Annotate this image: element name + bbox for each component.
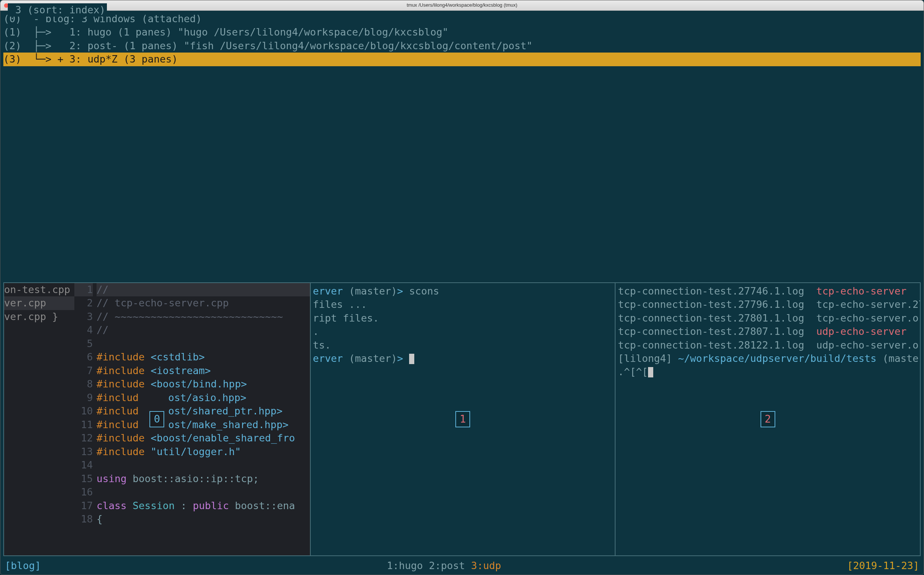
code-line: {: [97, 513, 310, 526]
session-line[interactable]: (0) - blog: 3 windows (attached): [3, 12, 921, 25]
code-line: //: [97, 283, 310, 297]
window-title: tmux /Users/lilong4/workspace/blog/kxcsb…: [0, 2, 924, 8]
shell-prompt: [lilong4] ~/workspace/udpserver/build/te…: [618, 352, 918, 365]
code-line: #includost/asio.hpp>: [97, 391, 310, 405]
session-line-selected[interactable]: (3) └─> + 3: udp*Z (3 panes): [3, 52, 921, 66]
code-line: #include <iostream>: [97, 364, 310, 378]
code-line: // tcp-echo-server.cpp: [97, 296, 310, 310]
ls-line: tcp-connection-test.27807.1.log udp-echo…: [618, 325, 918, 338]
status-center: 1:hugo 2:post 3:udp: [387, 559, 501, 572]
pane-editor[interactable]: on-test.cpp ver.cpp ver.cpp } 1234567891…: [4, 283, 310, 555]
code-line: // ~~~~~~~~~~~~~~~~~~~~~~~~~~~~: [97, 310, 310, 324]
ls-line: tcp-connection-test.27746.1.log tcp-echo…: [618, 284, 918, 298]
code-line: #include <boost/enable_shared_fro: [97, 431, 310, 445]
code-line: //: [97, 323, 310, 337]
code-line: #includost/make_shared.hpp>: [97, 418, 310, 432]
code-line: [97, 337, 310, 351]
code-line: [97, 459, 310, 472]
ls-line: tcp-connection-test.27796.1.log tcp-echo…: [618, 298, 918, 311]
tmux-status-bar: [blog] 1:hugo 2:post 3:udp [2019-11-23]: [0, 558, 924, 575]
pane-number-0: 0: [149, 411, 164, 427]
ls-line: tcp-connection-test.28122.1.log udp-echo…: [618, 338, 918, 352]
code-line: class Session : public boost::ena: [97, 499, 310, 513]
pane-group: on-test.cpp ver.cpp ver.cpp } 1234567891…: [3, 282, 921, 556]
shell-line: .: [313, 325, 613, 338]
code-line: #include "util/logger.h": [97, 445, 310, 459]
app-window: tmux /Users/lilong4/workspace/blog/kxcsb…: [0, 0, 924, 575]
ls-line: tcp-connection-test.27801.1.log tcp-echo…: [618, 311, 918, 325]
session-line[interactable]: (1) ├─> 1: hugo (1 panes) "hugo /Users/l…: [3, 25, 921, 39]
terminal[interactable]: (0) - blog: 3 windows (attached) (1) ├─>…: [0, 11, 924, 575]
session-line[interactable]: (2) ├─> 2: post- (1 panes) "fish /Users/…: [3, 39, 921, 52]
pane-number-2: 2: [761, 411, 775, 427]
status-left: [blog]: [5, 559, 41, 572]
file-gutter: on-test.cpp ver.cpp ver.cpp }: [4, 283, 74, 555]
shell-line: ts.: [313, 338, 613, 352]
shell-line: erver (master)> scons: [313, 284, 613, 298]
status-right: [2019-11-23]: [847, 559, 919, 572]
pane-shell-1[interactable]: erver (master)> sconsfiles ...ript files…: [310, 283, 615, 555]
code-line: #includost/shared_ptr.hpp>: [97, 404, 310, 418]
pane-group-label: 3 (sort: index): [8, 3, 107, 17]
titlebar[interactable]: tmux /Users/lilong4/workspace/blog/kxcsb…: [0, 0, 924, 11]
code-body[interactable]: // // tcp-echo-server.cpp// ~~~~~~~~~~~~…: [97, 283, 310, 555]
code-line: [97, 486, 310, 499]
code-line: using boost::asio::ip::tcp;: [97, 472, 310, 486]
pane-number-1: 1: [455, 411, 470, 427]
shell-line: .^[^[: [618, 365, 918, 378]
line-numbers: 123456789101112131415161718: [74, 283, 97, 555]
pane-shell-2[interactable]: tcp-connection-test.27746.1.log tcp-echo…: [615, 283, 920, 555]
shell-line: files ...: [313, 298, 613, 311]
shell-line: ript files.: [313, 311, 613, 325]
shell-line: erver (master)>: [313, 352, 613, 365]
code-line: #include <boost/bind.hpp>: [97, 377, 310, 391]
code-line: #include <cstdlib>: [97, 350, 310, 364]
